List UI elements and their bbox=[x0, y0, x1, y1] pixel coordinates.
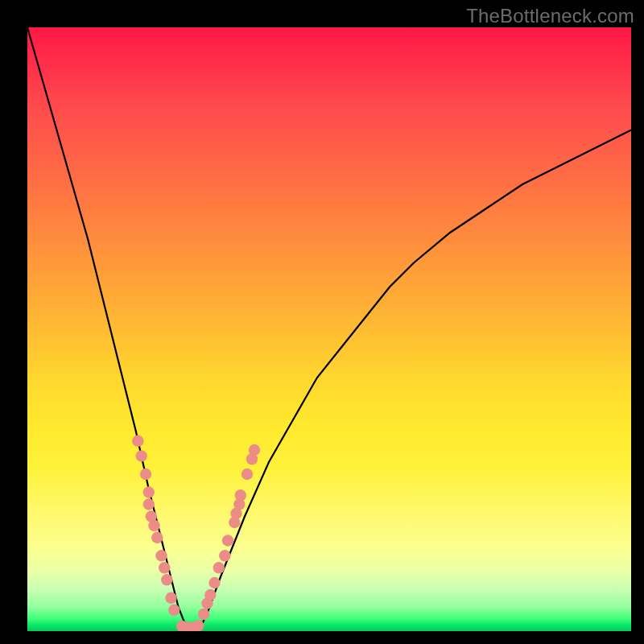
plot-area bbox=[27, 27, 631, 631]
gradient-background bbox=[27, 27, 631, 631]
chart-frame: TheBottleneck.com bbox=[0, 0, 644, 644]
watermark-text: TheBottleneck.com bbox=[466, 5, 634, 27]
